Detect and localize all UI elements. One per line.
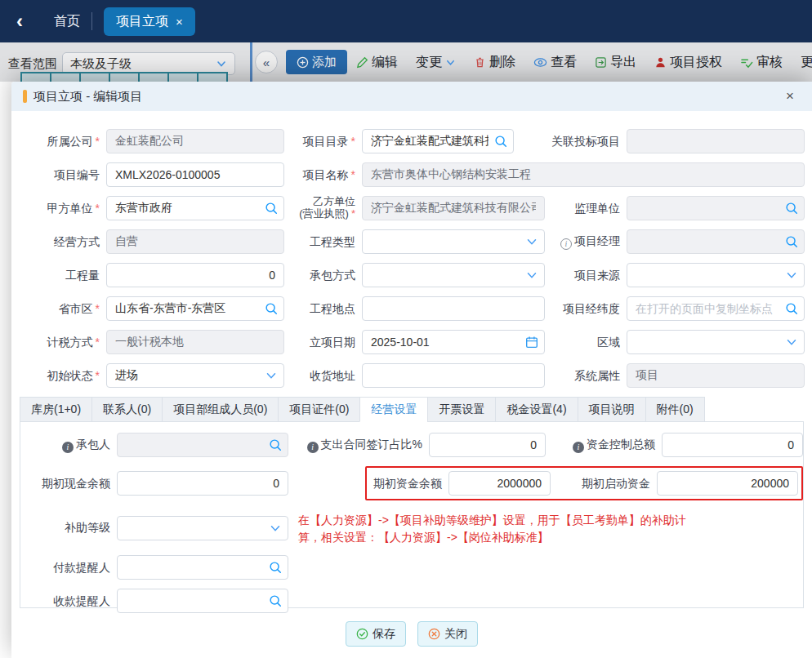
cash-init-field[interactable]: [117, 471, 288, 496]
tab-attachments[interactable]: 附件(0): [645, 397, 705, 422]
export-button[interactable]: 导出: [595, 54, 636, 71]
tab-invoice-settings[interactable]: 开票设置: [427, 397, 496, 422]
title-accent-bar: [23, 90, 27, 103]
mgmt-mode-field: [106, 229, 284, 254]
company-field: [106, 129, 284, 153]
code-field[interactable]: [106, 162, 284, 187]
fund-total-label: i资金控制总额: [546, 438, 662, 453]
party-b-label: 乙方单位(营业执照)*: [284, 196, 362, 220]
area-select[interactable]: [627, 330, 805, 354]
search-icon[interactable]: [784, 301, 799, 316]
more-button[interactable]: 更多: [801, 54, 812, 71]
fund-init-field[interactable]: [448, 471, 551, 496]
edit-button[interactable]: 编辑: [356, 54, 398, 71]
chevron-down-icon[interactable]: [524, 268, 539, 282]
save-button[interactable]: 保存: [346, 621, 406, 647]
audit-check-icon: [740, 56, 753, 69]
tab-business-settings[interactable]: 经营设置: [359, 397, 428, 422]
chevron-down-icon[interactable]: [784, 268, 799, 282]
pay-reminder-field[interactable]: [117, 555, 288, 580]
startup-fund-field[interactable]: [657, 471, 798, 496]
contract-mode-select[interactable]: [362, 263, 545, 287]
ratio-label: i支出合同签订占比%: [288, 438, 429, 453]
project-form: 所属公司* 项目目录* 关联投标项目 项目编号 项目名称* 甲方单位* 乙方单位: [11, 111, 812, 388]
pencil-icon: [356, 56, 368, 69]
chevron-down-icon[interactable]: [268, 521, 283, 536]
business-settings-panel: i承包人 i支出合同签订占比% i资金控制总额 期初现金余额 期初资金余额 期初…: [20, 421, 804, 608]
search-icon[interactable]: [493, 134, 508, 149]
top-navigation-bar: ‹ 首页 项目立项 ×: [0, 0, 812, 42]
region-field[interactable]: [106, 296, 284, 321]
status-select[interactable]: [106, 363, 284, 388]
eng-type-select[interactable]: [362, 229, 545, 254]
catalog-field[interactable]: [362, 129, 514, 153]
name-field: [362, 162, 805, 187]
tab-tax-settings[interactable]: 税金设置(4): [495, 397, 578, 422]
tab-members[interactable]: 项目部组成人员(0): [162, 397, 279, 422]
mgmt-mode-label: 经营方式: [15, 235, 106, 248]
highlighted-fields-box: 期初资金余额 期初启动资金: [365, 466, 803, 500]
scope-label: 查看范围: [8, 56, 57, 72]
export-icon: [595, 56, 607, 69]
startup-fund-label: 期初启动资金: [551, 477, 657, 490]
delete-button[interactable]: 删除: [474, 54, 515, 71]
supervisor-label: 监理单位: [545, 202, 627, 215]
person-stamp-icon: [654, 56, 667, 69]
tab-project-initiation[interactable]: 项目立项 ×: [104, 7, 195, 36]
back-chevron-icon[interactable]: ‹: [16, 11, 23, 31]
search-icon[interactable]: [268, 560, 283, 575]
search-icon[interactable]: [784, 234, 799, 249]
pm-field: [627, 229, 805, 254]
chevron-down-icon: [445, 57, 456, 68]
search-icon[interactable]: [268, 438, 283, 452]
recv-reminder-field[interactable]: [117, 589, 288, 613]
tab-description[interactable]: 项目说明: [578, 397, 646, 422]
bid-field: [627, 129, 805, 153]
info-icon: i: [573, 442, 584, 453]
tax-label: 计税方式*: [15, 336, 106, 349]
tab-certificates[interactable]: 项目证件(0): [278, 397, 360, 422]
x-circle-icon: [428, 628, 440, 640]
catalog-label: 项目目录*: [284, 135, 362, 148]
modal-header: 项目立项 - 编辑项目 ×: [11, 82, 812, 111]
quantity-field[interactable]: [106, 263, 284, 287]
chevron-down-icon[interactable]: [784, 335, 799, 349]
tab-contacts[interactable]: 联系人(0): [91, 397, 163, 422]
info-icon: i: [307, 442, 319, 453]
source-select[interactable]: [627, 263, 805, 287]
eng-type-label: 工程类型: [284, 235, 362, 248]
tab-home[interactable]: 首页: [54, 13, 80, 30]
form-row: 省市区* 工程地点 项目经纬度: [15, 296, 812, 321]
latlng-field[interactable]: [627, 296, 805, 321]
modal-footer: 保存 关闭: [11, 621, 812, 647]
search-icon[interactable]: [784, 201, 799, 216]
search-icon[interactable]: [264, 201, 279, 216]
chevron-down-icon[interactable]: [524, 234, 539, 249]
date-field[interactable]: [362, 330, 545, 354]
location-field[interactable]: [362, 296, 545, 321]
audit-button[interactable]: 审核: [740, 54, 783, 71]
calendar-icon[interactable]: [524, 335, 539, 349]
view-button[interactable]: 查看: [533, 54, 577, 71]
address-field[interactable]: [362, 363, 545, 388]
collapse-panel-button[interactable]: «: [255, 51, 278, 73]
chevron-down-icon[interactable]: [264, 368, 279, 383]
close-modal-icon[interactable]: ×: [779, 88, 801, 104]
tab-warehouse[interactable]: 库房(1+0): [20, 397, 92, 422]
ratio-field[interactable]: [429, 433, 546, 457]
close-button[interactable]: 关闭: [417, 621, 478, 647]
change-button[interactable]: 变更: [416, 54, 456, 71]
search-icon[interactable]: [268, 594, 283, 608]
fund-total-field[interactable]: [662, 433, 803, 457]
subsidy-label: 补助等级: [20, 521, 117, 534]
add-button[interactable]: 添加: [286, 50, 347, 74]
party-b-field: [362, 196, 545, 220]
project-authorize-button[interactable]: 项目授权: [654, 54, 722, 71]
panel-row: i承包人 i支出合同签订占比% i资金控制总额: [20, 433, 803, 457]
bid-label: 关联投标项目: [514, 135, 627, 148]
search-icon[interactable]: [264, 301, 279, 316]
subsidy-select[interactable]: [117, 516, 288, 540]
panel-row: 付款提醒人: [20, 555, 803, 580]
party-a-field[interactable]: [106, 196, 284, 220]
close-tab-icon[interactable]: ×: [176, 15, 183, 29]
